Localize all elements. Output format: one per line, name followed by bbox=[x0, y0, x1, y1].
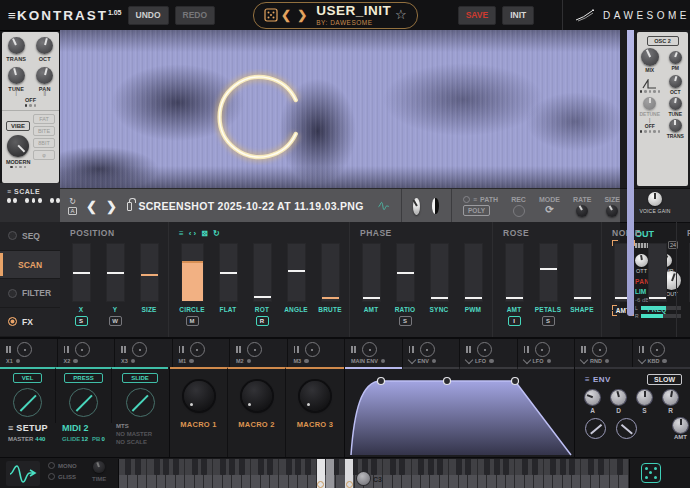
oct-knob[interactable] bbox=[36, 37, 53, 54]
slider-angle[interactable] bbox=[287, 243, 306, 302]
random-preset-dice-icon[interactable] bbox=[264, 8, 278, 22]
mod-dial[interactable] bbox=[535, 342, 550, 357]
adsr-envelope-graphic[interactable] bbox=[345, 367, 575, 457]
pb-value[interactable]: 0 bbox=[101, 436, 104, 442]
vibe-knob[interactable] bbox=[7, 135, 29, 157]
vibe-fat-button[interactable]: FAT bbox=[33, 114, 55, 124]
macro1-cell[interactable]: MACRO 1 bbox=[170, 367, 228, 457]
saw-wave-icon[interactable] bbox=[642, 79, 658, 89]
mod-slot-lfo2[interactable]: LFO bbox=[518, 339, 576, 367]
mod-slot-m2[interactable]: M2 bbox=[230, 339, 288, 367]
osc2-off-mode[interactable]: OFF bbox=[645, 123, 655, 129]
env-node-release[interactable] bbox=[512, 378, 519, 385]
waveform-display[interactable] bbox=[60, 30, 620, 188]
envelope-display[interactable] bbox=[345, 367, 575, 457]
time-knob[interactable] bbox=[93, 461, 105, 473]
nav-item-fx[interactable]: FX bbox=[0, 308, 60, 337]
seq-radio-icon[interactable] bbox=[8, 231, 17, 240]
slider-flat[interactable] bbox=[219, 243, 238, 302]
nav-item-scan[interactable]: SCAN bbox=[0, 251, 60, 280]
randomize-dice-button[interactable] bbox=[641, 463, 661, 483]
mod-slot-x3[interactable]: X3 bbox=[115, 339, 173, 367]
slider-shape[interactable] bbox=[573, 243, 592, 302]
black-keys[interactable] bbox=[119, 459, 629, 488]
mod-dial[interactable] bbox=[305, 342, 320, 357]
macro2-knob[interactable] bbox=[242, 381, 272, 411]
slide-label[interactable]: SLIDE bbox=[122, 373, 158, 383]
env-node-decay[interactable] bbox=[444, 378, 451, 385]
mod-slot-kbd[interactable]: KBD bbox=[633, 339, 690, 367]
chevron-down-icon[interactable] bbox=[637, 356, 645, 364]
lock-icon[interactable] bbox=[127, 202, 133, 211]
decay-knob[interactable] bbox=[611, 390, 626, 405]
glide-time-control[interactable]: TIME bbox=[92, 461, 106, 482]
favorite-star-icon[interactable]: ☆ bbox=[395, 7, 407, 22]
filter-radio-icon[interactable] bbox=[8, 289, 17, 298]
vel-curve-dial[interactable] bbox=[13, 388, 42, 417]
slider-sync[interactable] bbox=[430, 243, 449, 302]
sample-filename[interactable]: SCREENSHOT 2025-10-22 AT 11.19.03.PNG bbox=[138, 200, 363, 212]
osc2-off-dots[interactable] bbox=[640, 130, 661, 133]
slider-x[interactable] bbox=[72, 243, 91, 302]
mod-slot-m3[interactable]: M3 bbox=[288, 339, 346, 367]
press-curve-dial[interactable] bbox=[69, 388, 98, 417]
path-menu-icon[interactable]: ≡ bbox=[473, 196, 477, 203]
press-cell[interactable]: PRESS bbox=[56, 367, 112, 423]
env-curve-dial-1[interactable] bbox=[585, 418, 606, 439]
osc2-oct-knob[interactable] bbox=[669, 75, 682, 88]
osc2-wave-dots[interactable] bbox=[640, 90, 661, 93]
trans-knob[interactable] bbox=[8, 37, 25, 54]
master-tuning-value[interactable]: 440 bbox=[35, 436, 45, 442]
osc2-trans-knob[interactable] bbox=[669, 119, 682, 132]
vibe-label[interactable]: VIBE bbox=[6, 121, 30, 131]
setup-button[interactable]: ≡ SETUP bbox=[8, 423, 62, 433]
mod-slot-m1[interactable]: M1 bbox=[173, 339, 231, 367]
slow-button[interactable]: SLOW bbox=[647, 374, 682, 385]
slider-circle[interactable] bbox=[181, 243, 204, 302]
macro3-cell[interactable]: MACRO 3 bbox=[286, 367, 344, 457]
prev-preset-icon[interactable]: ❮ bbox=[281, 9, 291, 21]
mts-label[interactable]: MTS bbox=[116, 423, 170, 429]
redo-button[interactable]: REDO bbox=[175, 6, 216, 25]
mod-dial[interactable] bbox=[75, 342, 90, 357]
mod-slot-main-env[interactable]: MAIN ENV bbox=[345, 339, 403, 367]
vibe-8bit-button[interactable]: 8BIT bbox=[33, 138, 55, 148]
path-radio-icon[interactable] bbox=[463, 196, 470, 203]
poly-badge[interactable]: POLY bbox=[463, 205, 490, 216]
nav-item-filter[interactable]: FILTER bbox=[0, 279, 60, 308]
contrast-icon[interactable] bbox=[432, 198, 438, 214]
slide-cell[interactable]: SLIDE bbox=[112, 367, 168, 423]
init-button[interactable]: INIT bbox=[502, 6, 534, 25]
waveform-icon[interactable] bbox=[378, 194, 389, 218]
rate-knob[interactable] bbox=[576, 205, 588, 217]
arrows-icon[interactable]: ‹ › bbox=[189, 229, 197, 238]
mix-knob[interactable] bbox=[641, 48, 659, 66]
slider-rot[interactable] bbox=[253, 243, 272, 302]
macro3-knob[interactable] bbox=[300, 381, 330, 411]
press-label[interactable]: PRESS bbox=[64, 373, 102, 383]
mod-dial[interactable] bbox=[132, 342, 147, 357]
osc2-title[interactable]: OSC 2 bbox=[647, 36, 679, 46]
mod-dial[interactable] bbox=[477, 342, 492, 357]
record-button[interactable] bbox=[513, 205, 525, 217]
release-knob[interactable] bbox=[663, 390, 678, 405]
slide-curve-dial[interactable] bbox=[126, 388, 155, 417]
preset-selector[interactable]: ❮ ❯ USER_INIT BY: DAWESOME ☆ bbox=[253, 2, 418, 29]
slider-phase-amt[interactable] bbox=[362, 243, 381, 302]
chevron-down-icon[interactable] bbox=[465, 356, 473, 364]
loop-auto-icon[interactable]: ↻A bbox=[68, 198, 77, 215]
mod-slot-x2[interactable]: X2 bbox=[58, 339, 116, 367]
mod-slot-x1[interactable]: X1 bbox=[0, 339, 58, 367]
mod-dial[interactable] bbox=[420, 342, 435, 357]
slider-rose-amt[interactable] bbox=[505, 243, 524, 302]
pan-knob[interactable] bbox=[36, 67, 53, 84]
tune-knob[interactable] bbox=[8, 67, 25, 84]
macro2-cell[interactable]: MACRO 2 bbox=[228, 367, 286, 457]
voice-gain-knob[interactable] bbox=[648, 192, 662, 206]
scale-section[interactable]: ≡ SCALE bbox=[0, 183, 60, 223]
fx-radio-icon[interactable] bbox=[8, 317, 17, 326]
slider-y[interactable] bbox=[106, 243, 125, 302]
env-amt-knob[interactable] bbox=[673, 418, 688, 433]
osc2-tune-knob[interactable] bbox=[669, 97, 682, 110]
gliss-toggle[interactable]: GLISS bbox=[48, 473, 77, 480]
